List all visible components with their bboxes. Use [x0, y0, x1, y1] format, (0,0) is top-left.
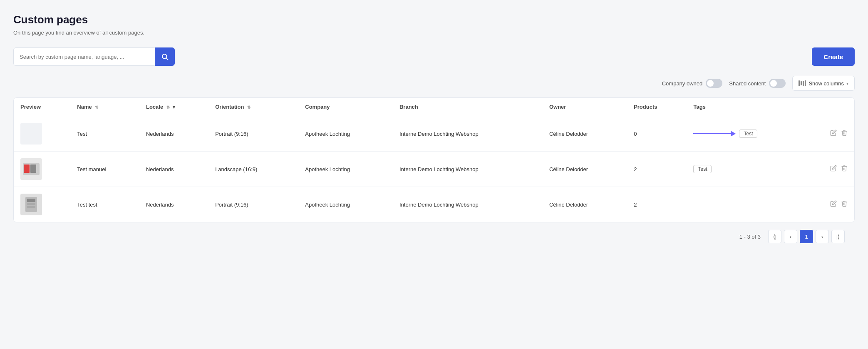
svg-rect-7	[27, 203, 35, 205]
company-owned-filter: Company owned	[662, 79, 723, 88]
shared-content-filter: Shared content	[729, 79, 786, 88]
cell-owner: Céline Delodder	[543, 187, 627, 222]
cell-locale: Nederlands	[139, 152, 208, 187]
locale-sort-icon[interactable]: ⇅	[166, 105, 170, 110]
filters-row: Company owned Shared content Show column…	[13, 76, 855, 91]
cell-orientation: Portrait (9:16)	[208, 187, 298, 222]
row-actions: Test	[693, 130, 848, 138]
cell-name: Test test	[70, 187, 139, 222]
locale-filter-icon[interactable]: ▾	[173, 105, 175, 110]
search-row: Create	[13, 47, 855, 66]
svg-rect-8	[27, 206, 35, 208]
search-input[interactable]	[13, 47, 155, 66]
row-actions: Test	[693, 165, 848, 173]
cell-products: 0	[627, 116, 687, 152]
svg-rect-6	[27, 199, 35, 202]
cell-preview	[14, 187, 70, 222]
delete-icon[interactable]	[841, 130, 848, 138]
pagination-info: 1 - 3 of 3	[739, 234, 761, 240]
cell-branch: Interne Demo Lochting Webshop	[393, 152, 543, 187]
create-button[interactable]: Create	[812, 47, 855, 66]
cell-orientation: Portrait (9:16)	[208, 116, 298, 152]
shared-content-toggle[interactable]	[769, 79, 786, 88]
edit-icon[interactable]	[830, 200, 837, 209]
table-row: Test Nederlands Portrait (9:16) Apotheek…	[14, 116, 854, 152]
table-header-row: Preview Name ⇅ Locale ⇅ ▾ Orientation ⇅ …	[14, 98, 854, 116]
columns-icon	[799, 80, 806, 86]
edit-icon[interactable]	[830, 165, 837, 173]
arrow-line	[693, 133, 731, 134]
search-group	[13, 47, 175, 66]
cell-branch: Interne Demo Lochting Webshop	[393, 187, 543, 222]
cell-branch: Interne Demo Lochting Webshop	[393, 116, 543, 152]
cell-owner: Céline Delodder	[543, 152, 627, 187]
col-tags: Tags	[687, 98, 854, 116]
last-page-button[interactable]: |⟩	[831, 230, 845, 243]
pagination-row: 1 - 3 of 3 ⟨| ‹ 1 › |⟩	[13, 222, 855, 251]
svg-rect-4	[30, 165, 36, 173]
preview-thumb	[20, 194, 42, 215]
svg-line-1	[166, 58, 168, 60]
cell-tags: Test	[687, 116, 854, 152]
first-page-button[interactable]: ⟨|	[768, 230, 781, 243]
search-icon	[161, 53, 169, 60]
cell-locale: Nederlands	[139, 187, 208, 222]
col-name: Name ⇅	[70, 98, 139, 116]
col-orientation: Orientation ⇅	[208, 98, 298, 116]
cell-products: 2	[627, 152, 687, 187]
cell-products: 2	[627, 187, 687, 222]
cell-company: Apotheek Lochting	[298, 187, 393, 222]
cell-preview	[14, 116, 70, 152]
svg-rect-3	[24, 165, 30, 173]
arrow-head	[731, 131, 736, 137]
preview-thumb	[20, 123, 42, 145]
custom-pages-table: Preview Name ⇅ Locale ⇅ ▾ Orientation ⇅ …	[13, 97, 855, 222]
col-products: Products	[627, 98, 687, 116]
row-actions	[693, 200, 848, 209]
page-1-button[interactable]: 1	[800, 230, 813, 243]
tag-badge: Test	[739, 130, 757, 138]
preview-thumb	[20, 158, 42, 180]
delete-icon[interactable]	[841, 200, 848, 209]
page-title: Custom pages	[13, 13, 855, 26]
edit-icon[interactable]	[830, 130, 837, 138]
orientation-sort-icon[interactable]: ⇅	[247, 105, 250, 110]
delete-icon[interactable]	[841, 165, 848, 173]
page-subtitle: On this page you find an overview of all…	[13, 30, 855, 36]
cell-company: Apotheek Lochting	[298, 152, 393, 187]
chevron-down-icon: ▾	[846, 81, 848, 86]
show-columns-button[interactable]: Show columns ▾	[792, 76, 855, 91]
search-button[interactable]	[155, 47, 175, 66]
cell-owner: Céline Delodder	[543, 116, 627, 152]
cell-name: Test manuel	[70, 152, 139, 187]
cell-tags	[687, 187, 854, 222]
tag-badge: Test	[693, 165, 712, 173]
col-preview: Preview	[14, 98, 70, 116]
col-locale: Locale ⇅ ▾	[139, 98, 208, 116]
table-row: Test test Nederlands Portrait (9:16) Apo…	[14, 187, 854, 222]
company-owned-label: Company owned	[662, 80, 703, 87]
shared-content-label: Shared content	[729, 80, 766, 87]
next-page-button[interactable]: ›	[816, 230, 829, 243]
arrow-indicator	[693, 131, 736, 137]
name-sort-icon[interactable]: ⇅	[95, 105, 98, 110]
cell-company: Apotheek Lochting	[298, 116, 393, 152]
cell-tags: Test	[687, 152, 854, 187]
company-owned-toggle[interactable]	[706, 79, 722, 88]
col-company: Company	[298, 98, 393, 116]
cell-locale: Nederlands	[139, 116, 208, 152]
show-columns-label: Show columns	[808, 80, 844, 87]
col-branch: Branch	[393, 98, 543, 116]
cell-orientation: Landscape (16:9)	[208, 152, 298, 187]
prev-page-button[interactable]: ‹	[784, 230, 797, 243]
cell-name: Test	[70, 116, 139, 152]
table-row: Test manuel Nederlands Landscape (16:9) …	[14, 152, 854, 187]
cell-preview	[14, 152, 70, 187]
col-owner: Owner	[543, 98, 627, 116]
tags-with-arrow: Test	[693, 130, 757, 138]
